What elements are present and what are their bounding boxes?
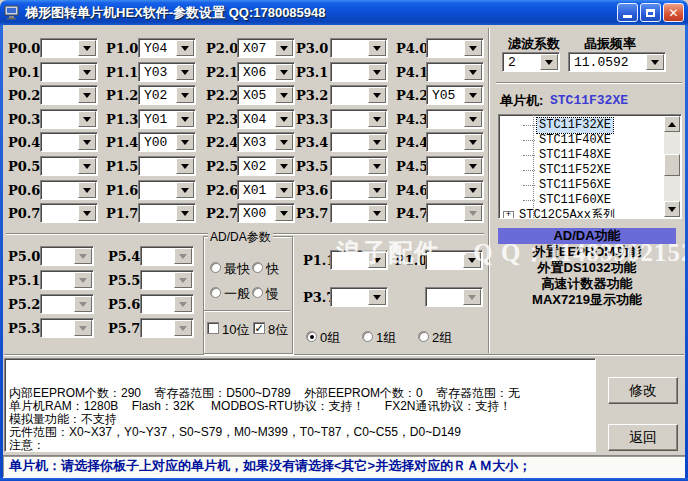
function-item-2[interactable]: 外置DS1032功能 bbox=[498, 260, 676, 276]
modify-button[interactable]: 修改 bbox=[608, 377, 678, 404]
chevron-down-icon[interactable] bbox=[78, 111, 96, 127]
port-select-P4.4[interactable] bbox=[426, 132, 484, 152]
port-select-P2.1[interactable]: X06 bbox=[237, 62, 295, 82]
chevron-down-icon[interactable] bbox=[78, 182, 96, 198]
port-select-P3.3[interactable] bbox=[330, 109, 388, 129]
port-select-P1.5[interactable] bbox=[138, 156, 196, 176]
tree-item-STC11F40XE[interactable]: STC11F40XE bbox=[499, 133, 664, 148]
port-select-P2.0[interactable]: X07 bbox=[237, 38, 295, 58]
chevron-down-icon[interactable] bbox=[368, 40, 386, 56]
adda-group-radio-0组[interactable] bbox=[306, 331, 317, 342]
port-select-P3.5[interactable] bbox=[330, 156, 388, 176]
chevron-down-icon[interactable] bbox=[176, 134, 194, 150]
adch-select-P1.1[interactable] bbox=[330, 250, 388, 270]
port-select-P2.2[interactable]: X05 bbox=[237, 85, 295, 105]
tree-item-STC11F56XE[interactable]: STC11F56XE bbox=[499, 178, 664, 193]
tree-item-STC11F52XE[interactable]: STC11F52XE bbox=[499, 163, 664, 178]
chevron-down-icon[interactable] bbox=[368, 205, 386, 221]
chevron-down-icon[interactable] bbox=[176, 158, 194, 174]
scroll-thumb[interactable] bbox=[664, 154, 680, 176]
port-select-P3.7[interactable] bbox=[330, 203, 388, 223]
crystal-frequency-select[interactable]: 11.0592 bbox=[568, 52, 666, 72]
port-select-P0.1[interactable] bbox=[40, 62, 98, 82]
chevron-down-icon[interactable] bbox=[275, 134, 293, 150]
chevron-down-icon[interactable] bbox=[464, 40, 482, 56]
chevron-down-icon[interactable] bbox=[540, 54, 558, 70]
chevron-down-icon[interactable] bbox=[275, 40, 293, 56]
port-select-P4.3[interactable] bbox=[426, 109, 484, 129]
adda-group-radio-1组[interactable] bbox=[362, 331, 373, 342]
adch-select-P3.7[interactable] bbox=[330, 287, 388, 307]
port-select-P4.1[interactable] bbox=[426, 62, 484, 82]
chevron-down-icon[interactable] bbox=[463, 252, 481, 268]
tree-item-STC11F32XE[interactable]: STC11F32XE bbox=[499, 118, 664, 133]
chevron-down-icon[interactable] bbox=[646, 54, 664, 70]
chevron-down-icon[interactable] bbox=[368, 111, 386, 127]
port-select-P0.6[interactable] bbox=[40, 180, 98, 200]
port-select-P3.2[interactable] bbox=[330, 85, 388, 105]
port-select-P3.1[interactable] bbox=[330, 62, 388, 82]
chevron-down-icon[interactable] bbox=[78, 205, 96, 221]
adch-select-P1.0[interactable] bbox=[425, 250, 483, 270]
tree-item-STC12C5Axx系列[interactable]: +STC12C5Axx系列 bbox=[499, 208, 664, 219]
port-select-P1.4[interactable]: Y00 bbox=[138, 132, 196, 152]
chevron-down-icon[interactable] bbox=[176, 40, 194, 56]
chevron-down-icon[interactable] bbox=[368, 134, 386, 150]
port-select-P4.0[interactable] bbox=[426, 38, 484, 58]
chevron-down-icon[interactable] bbox=[464, 64, 482, 80]
chevron-down-icon[interactable] bbox=[176, 205, 194, 221]
chevron-down-icon[interactable] bbox=[78, 134, 96, 150]
mcu-listbox[interactable]: STC11F32XESTC11F40XESTC11F48XESTC11F52XE… bbox=[498, 114, 682, 219]
chevron-down-icon[interactable] bbox=[368, 252, 386, 268]
chevron-down-icon[interactable] bbox=[176, 111, 194, 127]
port-select-P2.7[interactable]: X00 bbox=[237, 203, 295, 223]
adda-group-radio-2组[interactable] bbox=[418, 331, 429, 342]
tree-item-STC11F60XE[interactable]: STC11F60XE bbox=[499, 193, 664, 208]
function-item-0[interactable]: AD/DA功能 bbox=[498, 228, 676, 244]
port-select-P3.6[interactable] bbox=[330, 180, 388, 200]
chevron-down-icon[interactable] bbox=[176, 87, 194, 103]
chevron-down-icon[interactable] bbox=[78, 158, 96, 174]
filter-coefficient-select[interactable]: 2 bbox=[502, 52, 560, 72]
port-select-P0.0[interactable] bbox=[40, 38, 98, 58]
chevron-down-icon[interactable] bbox=[275, 87, 293, 103]
port-select-P0.7[interactable] bbox=[40, 203, 98, 223]
chevron-down-icon[interactable] bbox=[368, 87, 386, 103]
chevron-down-icon[interactable] bbox=[176, 64, 194, 80]
maximize-button[interactable] bbox=[640, 3, 661, 22]
chevron-down-icon[interactable] bbox=[275, 182, 293, 198]
port-select-P4.2[interactable]: Y05 bbox=[426, 85, 484, 105]
port-select-P0.2[interactable] bbox=[40, 85, 98, 105]
chevron-down-icon[interactable] bbox=[368, 158, 386, 174]
port-select-P0.5[interactable] bbox=[40, 156, 98, 176]
port-select-P1.0[interactable]: Y04 bbox=[138, 38, 196, 58]
chevron-down-icon[interactable] bbox=[78, 87, 96, 103]
port-select-P2.4[interactable]: X03 bbox=[237, 132, 295, 152]
chevron-down-icon[interactable] bbox=[78, 40, 96, 56]
port-select-P2.6[interactable]: X01 bbox=[237, 180, 295, 200]
port-select-P3.4[interactable] bbox=[330, 132, 388, 152]
chevron-down-icon[interactable] bbox=[368, 64, 386, 80]
chevron-down-icon[interactable] bbox=[464, 158, 482, 174]
expand-plus-icon[interactable]: + bbox=[503, 211, 514, 219]
mcu-list-scrollbar[interactable] bbox=[664, 116, 680, 217]
function-item-1[interactable]: 外置EEPROM功能 bbox=[498, 244, 676, 260]
chevron-down-icon[interactable] bbox=[275, 64, 293, 80]
close-button[interactable]: ✕ bbox=[663, 3, 684, 22]
chevron-down-icon[interactable] bbox=[176, 182, 194, 198]
chevron-down-icon[interactable] bbox=[368, 182, 386, 198]
chevron-down-icon[interactable] bbox=[275, 111, 293, 127]
chevron-down-icon[interactable] bbox=[275, 158, 293, 174]
tree-item-STC11F48XE[interactable]: STC11F48XE bbox=[499, 148, 664, 163]
scroll-up-button[interactable] bbox=[664, 116, 680, 132]
function-item-4[interactable]: MAX7219显示功能 bbox=[498, 292, 676, 308]
port-select-P2.3[interactable]: X04 bbox=[237, 109, 295, 129]
back-button[interactable]: 返回 bbox=[608, 424, 678, 451]
port-select-P0.3[interactable] bbox=[40, 109, 98, 129]
port-select-P1.7[interactable] bbox=[138, 203, 196, 223]
port-select-P0.4[interactable] bbox=[40, 132, 98, 152]
port-select-P1.6[interactable] bbox=[138, 180, 196, 200]
function-item-3[interactable]: 高速计数器功能 bbox=[498, 276, 676, 292]
minimize-button[interactable] bbox=[617, 3, 638, 22]
chevron-down-icon[interactable] bbox=[464, 111, 482, 127]
